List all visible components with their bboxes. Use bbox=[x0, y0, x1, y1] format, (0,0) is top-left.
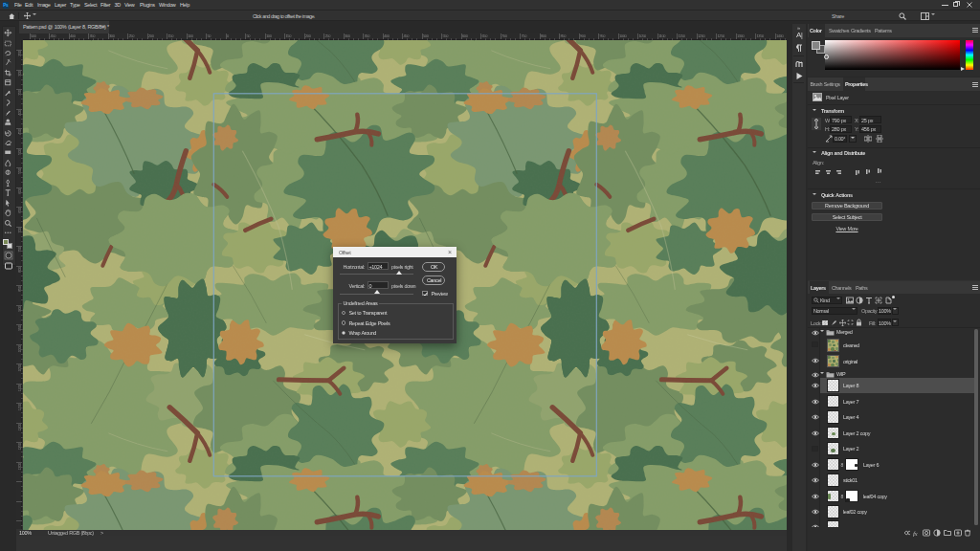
svg-text:fx: fx bbox=[913, 530, 919, 538]
svg-text:A|: A| bbox=[796, 31, 803, 39]
